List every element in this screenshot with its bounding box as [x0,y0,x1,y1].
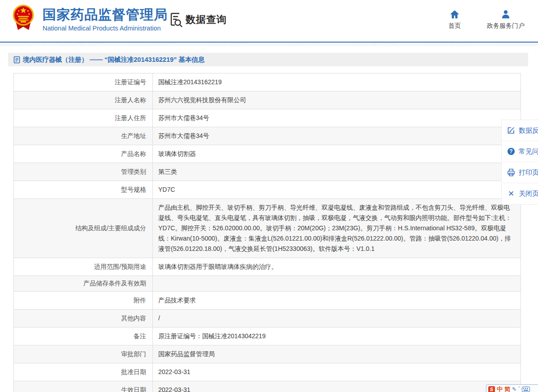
table-row: 注册证编号国械注准20143162219 [14,73,521,91]
row-label: 产品储存条件及有效期 [14,276,153,292]
table-row: 备注原注册证编号：国械注准20143042219 [14,327,521,345]
row-label: 结构及组成/主要组成成分 [14,199,153,258]
question-icon: ? [507,147,515,155]
menu-item-data-feedback[interactable]: 数据反馈 [502,120,538,141]
registration-info-table: 注册证编号国械注准20143162219注册人名称苏州六六视觉科技股份有限公司注… [13,73,521,392]
header: 国家药品监督管理局 National Medical Products Admi… [0,0,538,42]
ime-mode-chinese[interactable]: 中 [497,385,503,392]
nav-item-label: 政务服务门户 [487,22,525,30]
user-icon [501,10,511,19]
row-value: / [153,310,521,327]
row-label: 注册人名称 [14,91,153,109]
row-value: 2022-03-31 [153,381,521,392]
row-value [153,276,521,292]
row-label: 管理类别 [14,163,153,181]
ime-logo-icon[interactable]: S [488,386,495,392]
row-value: 国械注准20143162219 [153,73,521,91]
row-label: 备注 [14,327,153,345]
ime-toolbar[interactable]: S 中 简 ✎ ° [486,384,538,392]
ime-pen-icon[interactable]: ✎ [512,386,516,392]
nav-item-gov-portal[interactable]: 政务服务门户 [487,10,525,30]
table-row: 注册人住所苏州市大儒巷34号 [14,109,521,127]
row-value: 第三类 [153,163,521,181]
nav-item-home[interactable]: 首页 [448,10,461,30]
ime-keyboard-icon[interactable] [522,387,530,392]
table-row: 型号规格YD7C [14,181,521,199]
menu-item-print-page[interactable]: 打印页面 [502,162,538,183]
close-icon: ✕ [507,190,515,198]
table-row: 产品名称玻璃体切割器 [14,145,521,163]
top-nav: 首页 政务服务门户 [448,10,525,30]
floating-tools-menu: 数据反馈 ? 常见问题 打印页面 ✕ 关闭页面 [501,120,538,205]
row-value: 国家药品监督管理局 [153,345,521,363]
row-value: 玻璃体切割器用于眼睛玻璃体疾病的治疗。 [153,258,521,276]
row-label: 生效日期 [14,381,153,392]
data-query-module: 数据查询 [169,12,227,27]
national-emblem-logo [12,4,35,31]
table-row: 产品储存条件及有效期 [14,276,521,292]
menu-item-label: 打印页面 [519,168,538,177]
row-label: 适用范围/预期用途 [14,258,153,276]
home-icon [450,10,460,19]
row-value: YD7C [153,181,521,199]
menu-item-faq[interactable]: ? 常见问题 [502,141,538,162]
table-row: 管理类别第三类 [14,163,521,181]
ime-degree-mark: ° [518,386,520,390]
row-value: 玻璃体切割器 [153,145,521,163]
nav-item-label: 首页 [448,22,461,30]
page-title: 境内医疗器械（注册） —— “国械注准20143162219” 基本信息 [23,56,204,64]
row-label: 型号规格 [14,181,153,199]
row-label: 生产地址 [14,127,153,145]
table-row: 生产地址苏州市大儒巷34号 [14,127,521,145]
feedback-icon [507,126,515,134]
hatch-band [0,43,538,46]
row-label: 产品名称 [14,145,153,163]
table-row: 结构及组成/主要组成成分产品由主机、脚控开关、玻切手柄、剪刀手柄、导光纤维、双凝… [14,199,521,258]
brand-block: 国家药品监督管理局 National Medical Products Admi… [43,7,168,32]
table-row: 批准日期2022-03-31 [14,363,521,381]
row-value: 苏州六六视觉科技股份有限公司 [153,91,521,109]
print-icon [507,168,515,177]
table-row: 附件产品技术要求 [14,292,521,310]
row-value: 苏州市大儒巷34号 [153,127,521,145]
row-value: 2022-03-31 [153,363,521,381]
menu-item-label: 常见问题 [519,147,538,156]
module-title: 数据查询 [186,13,227,26]
table-row: 注册人名称苏州六六视觉科技股份有限公司 [14,91,521,109]
breadcrumb: 境内医疗器械（注册） —— “国械注准20143162219” 基本信息 [8,53,528,66]
row-label: 注册证编号 [14,73,153,91]
table-row: 生效日期2022-03-31 [14,381,521,392]
menu-item-label: 数据反馈 [519,126,538,135]
row-label: 注册人住所 [14,109,153,127]
row-label: 批准日期 [14,363,153,381]
table-row: 审批部门国家药品监督管理局 [14,345,521,363]
row-label: 附件 [14,292,153,310]
brand-title: 国家药品监督管理局 [43,7,168,22]
ime-mode-simplified[interactable]: 简 [504,385,510,392]
row-value: 产品由主机、脚控开关、玻切手柄、剪刀手柄、导光纤维、双凝电凝线、废液盒和管路组成… [153,199,521,258]
table-row: 适用范围/预期用途玻璃体切割器用于眼睛玻璃体疾病的治疗。 [14,258,521,276]
row-value: 原注册证编号：国械注准20143042219 [153,327,521,345]
document-icon [13,56,20,64]
menu-item-close-page[interactable]: ✕ 关闭页面 [502,183,538,204]
row-value: 苏州市大儒巷34号 [153,109,521,127]
row-value: 产品技术要求 [153,292,521,310]
document-search-icon [169,12,183,27]
row-label: 审批部门 [14,345,153,363]
menu-item-label: 关闭页面 [519,190,538,198]
row-label: 其他内容 [14,310,153,327]
info-table-body: 注册证编号国械注准20143162219注册人名称苏州六六视觉科技股份有限公司注… [14,73,521,392]
brand-subtitle: National Medical Products Administration [43,25,168,32]
table-row: 其他内容/ [14,310,521,327]
